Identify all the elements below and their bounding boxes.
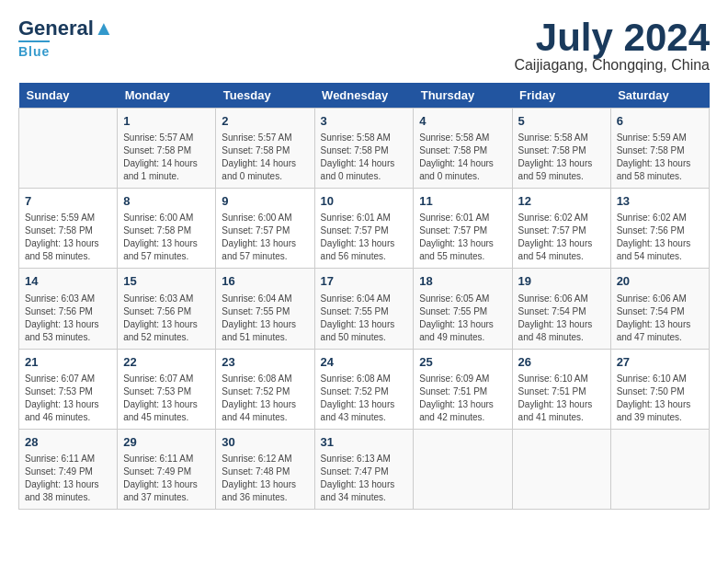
- day-info: Sunrise: 6:00 AM Sunset: 7:58 PM Dayligh…: [123, 212, 210, 263]
- calendar-header: SundayMondayTuesdayWednesdayThursdayFrid…: [19, 83, 710, 109]
- day-number: 11: [419, 193, 506, 210]
- day-number: 26: [518, 354, 605, 371]
- day-cell: 5Sunrise: 5:58 AM Sunset: 7:58 PM Daylig…: [512, 109, 610, 189]
- logo: General▲ Blue: [18, 18, 114, 59]
- day-cell: 23Sunrise: 6:08 AM Sunset: 7:52 PM Dayli…: [216, 349, 314, 429]
- day-info: Sunrise: 6:08 AM Sunset: 7:52 PM Dayligh…: [222, 373, 308, 424]
- logo-general: General▲: [18, 18, 114, 39]
- day-cell: [610, 429, 709, 509]
- day-cell: 12Sunrise: 6:02 AM Sunset: 7:57 PM Dayli…: [512, 189, 610, 269]
- day-number: 7: [25, 193, 111, 210]
- day-number: 1: [123, 113, 210, 130]
- day-number: 30: [222, 434, 308, 451]
- day-number: 31: [321, 434, 408, 451]
- day-cell: 31Sunrise: 6:13 AM Sunset: 7:47 PM Dayli…: [314, 429, 414, 509]
- day-info: Sunrise: 6:11 AM Sunset: 7:49 PM Dayligh…: [25, 453, 111, 504]
- day-info: Sunrise: 6:06 AM Sunset: 7:54 PM Dayligh…: [518, 293, 605, 344]
- day-cell: 15Sunrise: 6:03 AM Sunset: 7:56 PM Dayli…: [118, 269, 216, 349]
- day-info: Sunrise: 6:08 AM Sunset: 7:52 PM Dayligh…: [321, 373, 408, 424]
- day-info: Sunrise: 6:03 AM Sunset: 7:56 PM Dayligh…: [123, 293, 210, 344]
- day-number: 28: [25, 434, 111, 451]
- day-number: 6: [617, 113, 703, 130]
- week-row-3: 14Sunrise: 6:03 AM Sunset: 7:56 PM Dayli…: [19, 269, 710, 349]
- day-number: 21: [25, 354, 111, 371]
- day-number: 17: [321, 273, 408, 290]
- month-year-title: July 2024: [514, 18, 710, 57]
- header-friday: Friday: [512, 83, 610, 109]
- day-info: Sunrise: 5:58 AM Sunset: 7:58 PM Dayligh…: [419, 132, 506, 183]
- day-cell: 24Sunrise: 6:08 AM Sunset: 7:52 PM Dayli…: [314, 349, 414, 429]
- day-cell: 6Sunrise: 5:59 AM Sunset: 7:58 PM Daylig…: [610, 109, 709, 189]
- calendar-table: SundayMondayTuesdayWednesdayThursdayFrid…: [18, 83, 710, 510]
- day-number: 14: [25, 273, 111, 290]
- day-info: Sunrise: 6:04 AM Sunset: 7:55 PM Dayligh…: [321, 293, 408, 344]
- day-number: 3: [321, 113, 408, 130]
- day-number: 24: [321, 354, 408, 371]
- day-info: Sunrise: 6:02 AM Sunset: 7:57 PM Dayligh…: [518, 212, 605, 263]
- day-cell: [414, 429, 512, 509]
- week-row-2: 7Sunrise: 5:59 AM Sunset: 7:58 PM Daylig…: [19, 189, 710, 269]
- day-cell: 2Sunrise: 5:57 AM Sunset: 7:58 PM Daylig…: [216, 109, 314, 189]
- day-number: 19: [518, 273, 605, 290]
- day-cell: 7Sunrise: 5:59 AM Sunset: 7:58 PM Daylig…: [19, 189, 118, 269]
- day-info: Sunrise: 6:12 AM Sunset: 7:48 PM Dayligh…: [222, 453, 308, 504]
- week-row-5: 28Sunrise: 6:11 AM Sunset: 7:49 PM Dayli…: [19, 429, 710, 509]
- day-cell: 13Sunrise: 6:02 AM Sunset: 7:56 PM Dayli…: [610, 189, 709, 269]
- day-cell: 18Sunrise: 6:05 AM Sunset: 7:55 PM Dayli…: [414, 269, 512, 349]
- day-info: Sunrise: 6:02 AM Sunset: 7:56 PM Dayligh…: [617, 212, 703, 263]
- location-subtitle: Caijiagang, Chongqing, China: [514, 57, 710, 74]
- day-cell: 19Sunrise: 6:06 AM Sunset: 7:54 PM Dayli…: [512, 269, 610, 349]
- day-cell: 20Sunrise: 6:06 AM Sunset: 7:54 PM Dayli…: [610, 269, 709, 349]
- day-number: 18: [419, 273, 506, 290]
- header-sunday: Sunday: [19, 83, 118, 109]
- day-cell: 17Sunrise: 6:04 AM Sunset: 7:55 PM Dayli…: [314, 269, 414, 349]
- day-info: Sunrise: 5:59 AM Sunset: 7:58 PM Dayligh…: [25, 212, 111, 263]
- day-info: Sunrise: 6:13 AM Sunset: 7:47 PM Dayligh…: [321, 453, 408, 504]
- day-number: 29: [123, 434, 210, 451]
- day-info: Sunrise: 6:10 AM Sunset: 7:51 PM Dayligh…: [518, 373, 605, 424]
- day-info: Sunrise: 5:58 AM Sunset: 7:58 PM Dayligh…: [321, 132, 408, 183]
- day-cell: 21Sunrise: 6:07 AM Sunset: 7:53 PM Dayli…: [19, 349, 118, 429]
- day-number: 12: [518, 193, 605, 210]
- day-number: 22: [123, 354, 210, 371]
- day-number: 4: [419, 113, 506, 130]
- day-number: 9: [222, 193, 308, 210]
- day-info: Sunrise: 6:10 AM Sunset: 7:50 PM Dayligh…: [617, 373, 703, 424]
- calendar-body: 1Sunrise: 5:57 AM Sunset: 7:58 PM Daylig…: [19, 109, 710, 510]
- title-area: July 2024 Caijiagang, Chongqing, China: [514, 18, 710, 74]
- day-info: Sunrise: 6:11 AM Sunset: 7:49 PM Dayligh…: [123, 453, 210, 504]
- day-info: Sunrise: 6:05 AM Sunset: 7:55 PM Dayligh…: [419, 293, 506, 344]
- day-cell: 30Sunrise: 6:12 AM Sunset: 7:48 PM Dayli…: [216, 429, 314, 509]
- day-number: 20: [617, 273, 703, 290]
- day-cell: 14Sunrise: 6:03 AM Sunset: 7:56 PM Dayli…: [19, 269, 118, 349]
- day-info: Sunrise: 5:58 AM Sunset: 7:58 PM Dayligh…: [518, 132, 605, 183]
- logo-icon: ▲: [94, 17, 114, 40]
- day-info: Sunrise: 6:04 AM Sunset: 7:55 PM Dayligh…: [222, 293, 308, 344]
- week-row-1: 1Sunrise: 5:57 AM Sunset: 7:58 PM Daylig…: [19, 109, 710, 189]
- day-cell: 25Sunrise: 6:09 AM Sunset: 7:51 PM Dayli…: [414, 349, 512, 429]
- day-info: Sunrise: 6:09 AM Sunset: 7:51 PM Dayligh…: [419, 373, 506, 424]
- day-number: 10: [321, 193, 408, 210]
- header-row: SundayMondayTuesdayWednesdayThursdayFrid…: [19, 83, 710, 109]
- day-info: Sunrise: 6:07 AM Sunset: 7:53 PM Dayligh…: [25, 373, 111, 424]
- day-number: 15: [123, 273, 210, 290]
- day-info: Sunrise: 6:07 AM Sunset: 7:53 PM Dayligh…: [123, 373, 210, 424]
- day-cell: [512, 429, 610, 509]
- day-number: 8: [123, 193, 210, 210]
- day-info: Sunrise: 6:03 AM Sunset: 7:56 PM Dayligh…: [25, 293, 111, 344]
- day-number: 23: [222, 354, 308, 371]
- day-cell: 8Sunrise: 6:00 AM Sunset: 7:58 PM Daylig…: [118, 189, 216, 269]
- day-cell: 10Sunrise: 6:01 AM Sunset: 7:57 PM Dayli…: [314, 189, 414, 269]
- day-number: 2: [222, 113, 308, 130]
- day-cell: 29Sunrise: 6:11 AM Sunset: 7:49 PM Dayli…: [118, 429, 216, 509]
- header-thursday: Thursday: [414, 83, 512, 109]
- logo-blue-text: Blue: [18, 40, 50, 59]
- day-cell: 16Sunrise: 6:04 AM Sunset: 7:55 PM Dayli…: [216, 269, 314, 349]
- day-info: Sunrise: 6:00 AM Sunset: 7:57 PM Dayligh…: [222, 212, 308, 263]
- day-cell: [19, 109, 118, 189]
- day-cell: 11Sunrise: 6:01 AM Sunset: 7:57 PM Dayli…: [414, 189, 512, 269]
- day-info: Sunrise: 5:57 AM Sunset: 7:58 PM Dayligh…: [222, 132, 308, 183]
- day-cell: 28Sunrise: 6:11 AM Sunset: 7:49 PM Dayli…: [19, 429, 118, 509]
- day-cell: 3Sunrise: 5:58 AM Sunset: 7:58 PM Daylig…: [314, 109, 414, 189]
- day-cell: 22Sunrise: 6:07 AM Sunset: 7:53 PM Dayli…: [118, 349, 216, 429]
